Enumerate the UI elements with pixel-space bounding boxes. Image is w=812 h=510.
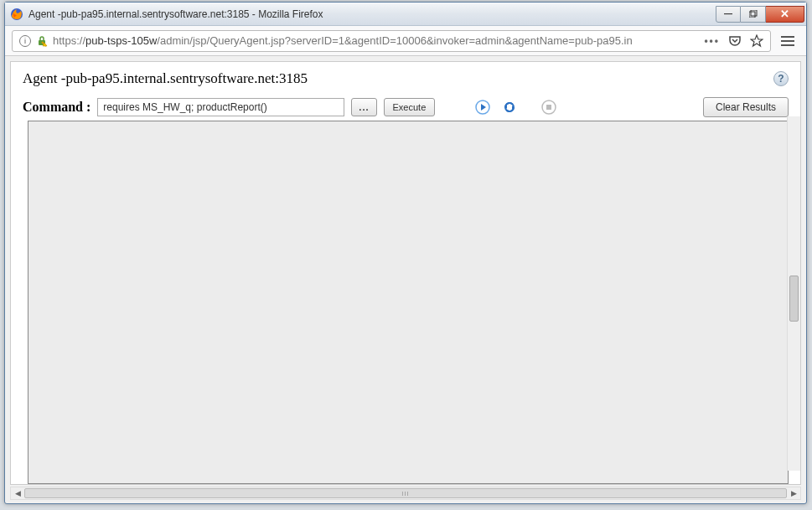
command-label: Command :: [23, 100, 91, 115]
toolbar-separator: [529, 100, 530, 115]
pocket-icon[interactable]: [728, 34, 742, 48]
command-toolbar: Command : ... Execute Clear Results: [11, 92, 800, 121]
minimize-button[interactable]: —: [716, 6, 741, 23]
url-path: /admin/jsp/QueryAgent.jsp?serverID=1&age…: [157, 34, 632, 47]
execute-button[interactable]: Execute: [384, 98, 436, 116]
help-icon[interactable]: ?: [773, 71, 789, 86]
refresh-icon[interactable]: [502, 100, 517, 115]
page-actions-icon[interactable]: •••: [704, 35, 720, 47]
svg-rect-1: [749, 12, 755, 18]
window-controls: — ✕: [716, 6, 804, 23]
bookmark-star-icon[interactable]: [750, 34, 763, 48]
scroll-right-arrow[interactable]: ▶: [787, 487, 800, 499]
command-input[interactable]: [97, 98, 344, 116]
menu-button[interactable]: [776, 30, 799, 52]
url-prefix: https://: [53, 34, 85, 47]
play-icon[interactable]: [475, 100, 490, 115]
vertical-scroll-thumb[interactable]: [789, 276, 799, 322]
horizontal-scroll-track[interactable]: III: [24, 487, 787, 499]
browse-button[interactable]: ...: [351, 98, 376, 116]
scroll-left-arrow[interactable]: ◀: [11, 487, 24, 499]
close-button[interactable]: ✕: [766, 6, 804, 23]
svg-rect-2: [751, 10, 757, 16]
page-content: Agent -pub-pa95.internal.sentrysoftware.…: [10, 61, 801, 485]
browser-window: Agent -pub-pa95.internal.sentrysoftware.…: [4, 2, 807, 504]
url-text: https://pub-tsps-105w/admin/jsp/QueryAge…: [53, 34, 694, 47]
maximize-button[interactable]: [741, 6, 766, 23]
url-actions: •••: [699, 34, 763, 48]
address-bar: i https://pub-tsps-105w/admin/jsp/QueryA…: [5, 26, 806, 56]
svg-marker-6: [481, 104, 486, 111]
page-header: Agent -pub-pa95.internal.sentrysoftware.…: [11, 62, 800, 92]
url-box[interactable]: i https://pub-tsps-105w/admin/jsp/QueryA…: [12, 30, 771, 52]
vertical-scrollbar[interactable]: [787, 116, 800, 471]
stop-icon[interactable]: [541, 100, 556, 115]
toolbar-icons: [475, 100, 556, 115]
site-info-icon[interactable]: i: [19, 35, 31, 47]
scroll-grip-icon: III: [401, 490, 410, 497]
window-title: Agent -pub-pa95.internal.sentrysoftware.…: [28, 8, 716, 20]
firefox-icon: [10, 8, 23, 21]
clear-results-button[interactable]: Clear Results: [703, 97, 789, 117]
url-host: pub-tsps-105w: [85, 34, 157, 47]
page-title: Agent -pub-pa95.internal.sentrysoftware.…: [23, 70, 308, 87]
horizontal-scrollbar[interactable]: ◀ III ▶: [10, 487, 801, 500]
lock-warning-icon[interactable]: [36, 35, 48, 47]
horizontal-scroll-thumb[interactable]: III: [24, 488, 787, 498]
svg-rect-10: [546, 105, 551, 110]
output-area: [28, 121, 789, 484]
titlebar: Agent -pub-pa95.internal.sentrysoftware.…: [5, 3, 806, 26]
